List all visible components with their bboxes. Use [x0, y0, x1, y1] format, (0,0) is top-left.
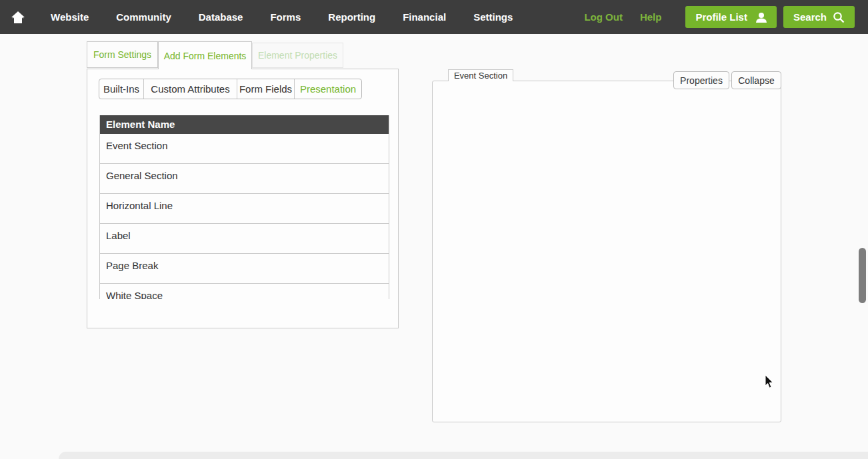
table-row-general-section[interactable]: General Section [100, 164, 389, 194]
nav-item-database[interactable]: Database [199, 11, 243, 23]
person-icon [753, 12, 767, 23]
top-navigation-bar: Website Community Database Forms Reporti… [0, 0, 868, 34]
table-row-horizontal-line[interactable]: Horizontal Line [100, 194, 389, 224]
home-icon[interactable] [9, 9, 27, 26]
search-icon [833, 11, 845, 23]
element-name-header: Element Name [100, 115, 389, 134]
event-section-tab[interactable]: Event Section [448, 69, 513, 81]
subtab-custom-attributes[interactable]: Custom Attributes [143, 79, 237, 99]
search-button[interactable]: Search [783, 6, 855, 28]
table-row-white-space[interactable]: White Space [100, 284, 389, 299]
search-button-label: Search [793, 11, 827, 23]
nav-right-group: Log Out Help Profile List Search [584, 6, 855, 28]
add-form-elements-panel: Built-Ins Custom Attributes Form Fields … [87, 69, 399, 328]
subtab-built-ins[interactable]: Built-Ins [99, 79, 143, 99]
nav-item-settings[interactable]: Settings [473, 11, 513, 23]
help-link[interactable]: Help [640, 11, 662, 23]
nav-item-reporting[interactable]: Reporting [328, 11, 375, 23]
tab-form-settings[interactable]: Form Settings [87, 41, 158, 68]
footer-band [59, 452, 868, 459]
nav-item-forms[interactable]: Forms [270, 11, 301, 23]
element-category-tabs: Built-Ins Custom Attributes Form Fields … [99, 79, 362, 99]
collapse-button[interactable]: Collapse [731, 71, 781, 89]
properties-button[interactable]: Properties [673, 71, 729, 89]
table-row-page-break[interactable]: Page Break [100, 254, 389, 284]
subtab-form-fields[interactable]: Form Fields [237, 79, 294, 99]
nav-item-website[interactable]: Website [51, 11, 89, 23]
form-preview-panel [432, 81, 781, 422]
table-row-label[interactable]: Label [100, 224, 389, 254]
subtab-presentation[interactable]: Presentation [294, 79, 361, 99]
nav-item-financial[interactable]: Financial [403, 11, 446, 23]
tab-element-properties: Element Properties [252, 43, 343, 68]
vertical-scrollbar-thumb[interactable] [859, 248, 866, 303]
tab-add-form-elements[interactable]: Add Form Elements [158, 41, 252, 69]
table-row-event-section[interactable]: Event Section [100, 134, 389, 164]
nav-item-community[interactable]: Community [116, 11, 171, 23]
element-name-table: Element Name Event Section General Secti… [99, 115, 389, 299]
log-out-link[interactable]: Log Out [584, 11, 622, 23]
home-icon-glyph [11, 10, 25, 25]
profile-list-button[interactable]: Profile List [685, 6, 777, 28]
profile-list-button-label: Profile List [695, 11, 747, 23]
